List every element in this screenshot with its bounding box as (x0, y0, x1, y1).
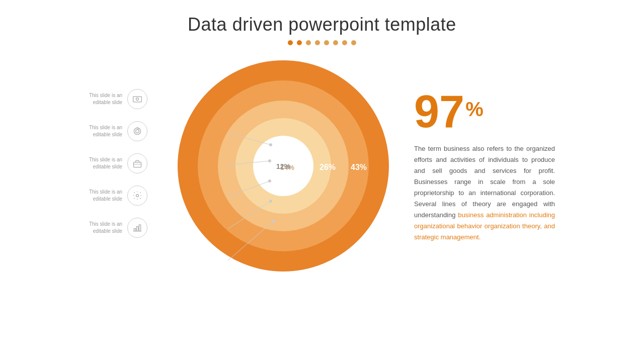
icon-label-1: This slide is aneditable slide (89, 92, 122, 106)
dot-1[interactable] (288, 40, 293, 45)
dot-6[interactable] (333, 40, 338, 45)
dot-5[interactable] (324, 40, 329, 45)
icon-row-4: This slide is aneditable slide (89, 186, 147, 206)
dot-7[interactable] (342, 40, 347, 45)
dot-2[interactable] (297, 40, 302, 45)
chart-icon (132, 223, 142, 233)
svg-text:43%: 43% (351, 163, 367, 171)
left-panel: This slide is aneditable slide This slid… (89, 89, 147, 238)
icon-label-3: This slide is aneditable slide (89, 156, 122, 170)
dot-8[interactable] (351, 40, 356, 45)
stat-number: 97 (414, 89, 464, 134)
svg-rect-11 (134, 229, 135, 231)
svg-rect-13 (139, 225, 140, 231)
slide: Data driven powerpoint template This sli… (0, 0, 644, 362)
right-panel: 97 % The term business also refers to th… (414, 89, 555, 243)
slide-title: Data driven powerpoint template (0, 14, 644, 35)
icon-circle-1 (127, 89, 147, 109)
svg-point-25 (268, 179, 271, 183)
concentric-chart: 43% 26% 18% 14% 12% (173, 55, 394, 277)
money-icon (132, 94, 142, 104)
svg-text:18%: 18% (293, 163, 309, 171)
svg-point-23 (268, 159, 271, 162)
dot-3[interactable] (306, 40, 311, 45)
icon-circle-2 (127, 121, 147, 141)
icon-row-5: This slide is aneditable slide (89, 218, 147, 238)
icon-row-2: This slide is aneditable slide (89, 121, 147, 141)
icon-row-3: This slide is aneditable slide (89, 153, 147, 173)
description-text: The term business also refers to the org… (414, 143, 555, 243)
stat-display: 97 % (414, 89, 555, 134)
svg-text:12%: 12% (276, 162, 291, 170)
svg-rect-12 (136, 227, 138, 231)
icon-circle-4 (127, 186, 147, 206)
dot-4[interactable] (315, 40, 320, 45)
icon-circle-5 (127, 218, 147, 238)
orange-highlight: business administration including organi… (414, 211, 555, 241)
slide-indicators (0, 40, 644, 45)
svg-rect-8 (134, 162, 141, 167)
icon-circle-3 (127, 153, 147, 173)
svg-point-1 (136, 98, 139, 101)
content-area: This slide is aneditable slide This slid… (0, 55, 644, 277)
icon-row-1: This slide is aneditable slide (89, 89, 147, 109)
svg-point-27 (269, 200, 272, 203)
title-area: Data driven powerpoint template (0, 0, 644, 45)
svg-point-10 (136, 195, 139, 197)
svg-rect-0 (133, 97, 142, 102)
briefcase-icon (132, 158, 142, 168)
svg-point-5 (136, 130, 139, 133)
svg-point-4 (134, 128, 140, 134)
svg-point-29 (272, 220, 275, 223)
svg-point-21 (269, 143, 272, 146)
icon-label-2: This slide is aneditable slide (89, 124, 122, 138)
icon-label-4: This slide is aneditable slide (89, 189, 122, 203)
chart-area: 43% 26% 18% 14% 12% (173, 55, 394, 277)
target-icon (132, 126, 142, 136)
icon-label-5: This slide is aneditable slide (89, 221, 122, 235)
svg-text:26%: 26% (319, 163, 336, 171)
gear-icon (132, 191, 142, 201)
stat-suffix: % (465, 99, 484, 119)
